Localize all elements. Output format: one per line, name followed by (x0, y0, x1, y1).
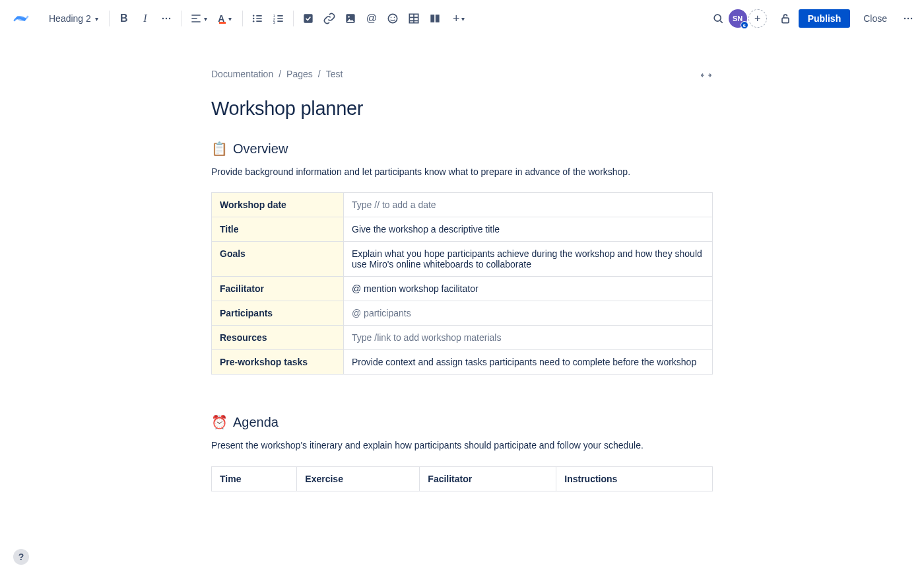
table-row-value[interactable]: Explain what you hope participants achie… (344, 242, 713, 277)
breadcrumb-link[interactable]: Documentation (211, 69, 273, 79)
breadcrumb-link[interactable]: Test (326, 69, 343, 79)
alarm-clock-emoji-icon: ⏰ (211, 414, 228, 430)
table-row-value[interactable]: Provide context and assign tasks partici… (344, 350, 713, 375)
block-style-select[interactable]: Heading 2 ▾ (42, 9, 105, 28)
overview-table[interactable]: Workshop dateType // to add a dateTitleG… (211, 192, 713, 375)
agenda-heading-text: Agenda (233, 415, 279, 430)
image-button[interactable] (340, 8, 361, 29)
table-column-header[interactable]: Time (212, 466, 297, 491)
svg-point-3 (253, 15, 255, 17)
restrictions-button[interactable] (775, 8, 796, 29)
close-button[interactable]: Close (855, 9, 895, 28)
chevron-down-icon: ▾ (204, 15, 207, 22)
numbered-list-button[interactable]: 123 (268, 8, 289, 29)
svg-point-12 (388, 14, 397, 22)
more-actions-button[interactable] (898, 8, 919, 29)
table-row[interactable]: Facilitator@ mention workshop facilitato… (212, 277, 713, 301)
table-row[interactable]: TitleGive the workshop a descriptive tit… (212, 217, 713, 242)
action-item-button[interactable] (298, 8, 319, 29)
find-replace-button[interactable] (708, 8, 729, 29)
table-row[interactable]: Participants@ participants (212, 301, 713, 326)
block-style-label: Heading 2 (49, 13, 91, 24)
svg-rect-16 (430, 15, 434, 22)
page-title[interactable]: Workshop planner (211, 98, 713, 120)
table-row[interactable]: GoalsExplain what you hope participants … (212, 242, 713, 277)
svg-rect-17 (436, 15, 440, 22)
table-row-value[interactable]: Give the workshop a descriptive title (344, 217, 713, 242)
overview-heading[interactable]: 📋 Overview (211, 141, 713, 157)
table-column-header[interactable]: Instructions (556, 466, 713, 491)
agenda-heading[interactable]: ⏰ Agenda (211, 414, 713, 430)
avatar-badge: s (741, 21, 748, 29)
svg-point-18 (714, 15, 721, 21)
table-button[interactable] (403, 8, 424, 29)
breadcrumb: Documentation / Pages / Test (211, 69, 713, 79)
toolbar-divider (293, 11, 294, 26)
overview-heading-text: Overview (233, 141, 288, 157)
svg-rect-9 (304, 14, 312, 22)
toolbar-divider (181, 11, 182, 26)
table-row-value[interactable]: @ mention workshop facilitator (344, 277, 713, 301)
layouts-button[interactable] (424, 8, 446, 29)
text-color-button[interactable]: A ▾ (212, 8, 238, 29)
alignment-button[interactable]: ▾ (185, 8, 212, 29)
svg-point-13 (390, 17, 391, 18)
chevron-down-icon: ▾ (95, 15, 98, 22)
svg-point-0 (162, 18, 164, 20)
chevron-down-icon: ▾ (228, 15, 232, 22)
svg-point-1 (166, 18, 168, 20)
svg-point-22 (911, 18, 913, 20)
confluence-logo-icon[interactable] (13, 11, 29, 26)
bullet-list-button[interactable] (247, 8, 268, 29)
table-row[interactable]: Pre-workshop tasksProvide context and as… (212, 350, 713, 375)
table-row-label[interactable]: Resources (212, 326, 344, 350)
publish-button[interactable]: Publish (799, 9, 851, 28)
agenda-description[interactable]: Present the workshop's itinerary and exp… (211, 438, 713, 452)
svg-point-14 (393, 17, 395, 18)
toolbar-divider (109, 11, 110, 26)
emoji-button[interactable] (382, 8, 403, 29)
table-column-header[interactable]: Facilitator (420, 466, 556, 491)
table-row[interactable]: Workshop dateType // to add a date (212, 193, 713, 217)
user-avatar[interactable]: SN s (729, 9, 747, 28)
editor-toolbar: Heading 2 ▾ B I ▾ A ▾ 123 @ (0, 0, 924, 37)
table-row-label[interactable]: Participants (212, 301, 344, 326)
svg-point-20 (904, 18, 906, 20)
table-column-header[interactable]: Exercise (297, 466, 420, 491)
page-width-toggle[interactable] (700, 69, 713, 84)
svg-text:3: 3 (273, 20, 275, 24)
table-row-label[interactable]: Title (212, 217, 344, 242)
toolbar-divider (242, 11, 243, 26)
link-button[interactable] (319, 8, 340, 29)
invite-button[interactable]: + (748, 9, 767, 28)
svg-point-21 (908, 18, 909, 20)
mention-button[interactable]: @ (361, 8, 382, 29)
avatar-initials: SN (733, 15, 742, 22)
table-row-value[interactable]: Type // to add a date (344, 193, 713, 217)
table-row-label[interactable]: Facilitator (212, 277, 344, 301)
chevron-down-icon: ▾ (461, 15, 465, 22)
table-row-label[interactable]: Pre-workshop tasks (212, 350, 344, 375)
table-row[interactable]: ResourcesType /link to add workshop mate… (212, 326, 713, 350)
agenda-table[interactable]: TimeExerciseFacilitatorInstructions (211, 466, 713, 491)
svg-rect-19 (782, 18, 789, 22)
clipboard-emoji-icon: 📋 (211, 141, 228, 157)
svg-point-4 (253, 18, 255, 20)
svg-point-5 (253, 20, 255, 22)
table-row-value[interactable]: Type /link to add workshop materials (344, 326, 713, 350)
more-formatting-button[interactable] (156, 8, 177, 29)
svg-point-2 (169, 18, 171, 20)
table-row-value[interactable]: @ participants (344, 301, 713, 326)
help-button[interactable]: ? (13, 549, 29, 565)
table-row-label[interactable]: Workshop date (212, 193, 344, 217)
overview-description[interactable]: Provide background information and let p… (211, 164, 713, 179)
svg-point-11 (348, 16, 350, 18)
breadcrumb-link[interactable]: Pages (286, 69, 313, 79)
table-row-label[interactable]: Goals (212, 242, 344, 277)
italic-button[interactable]: I (135, 8, 156, 29)
bold-button[interactable]: B (114, 8, 135, 29)
page-content[interactable]: Documentation / Pages / Test Workshop pl… (211, 37, 713, 491)
insert-button[interactable]: + ▾ (446, 8, 472, 29)
